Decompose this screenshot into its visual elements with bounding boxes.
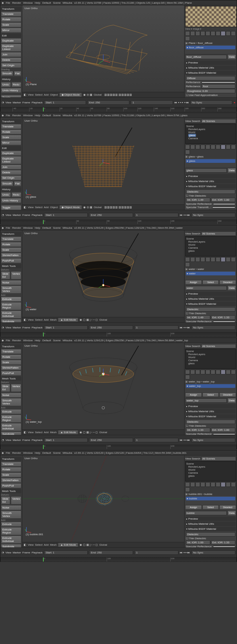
svg-line-49 (25, 529, 26, 532)
reflectance-tex-label: Reflectance: (186, 85, 201, 88)
active-object-label: (1) Plane (26, 83, 37, 86)
window-1: ◆ File Render Window Help Default Scene … (0, 0, 237, 112)
start-frame-field[interactable]: Start: 1 (44, 100, 86, 105)
thin-dielectric-checkbox[interactable]: ☐ (186, 194, 188, 197)
menu-help[interactable]: Help (35, 1, 40, 4)
layout-dropdown[interactable]: Default (42, 1, 51, 4)
outliner-search-menu[interactable]: Search (192, 120, 200, 123)
current-frame-field[interactable]: 1 (131, 100, 173, 105)
panel-bsdf[interactable]: Mitsuba BSDF Material (185, 71, 236, 75)
smooth-button[interactable]: Smooth (1, 71, 13, 76)
data-link-button[interactable]: Data (228, 54, 236, 59)
select-button[interactable]: Select (202, 280, 219, 284)
redo-button[interactable]: Redo (12, 82, 21, 87)
svg-line-8 (103, 163, 110, 164)
roughness-slider[interactable]: Roughness: 0.20 (186, 89, 235, 93)
ext-ior-field[interactable]: Ext. IOR: 1.00 (211, 198, 235, 202)
shading-icons[interactable]: ◉ ◎ ▦ (83, 93, 92, 96)
select-menu[interactable]: Select (35, 93, 42, 96)
uv-image-menu[interactable]: Image ▾ (193, 28, 201, 30)
playback-controls[interactable]: ⏮ ◀ ◀ ▶ ▶ ⏭ (174, 101, 189, 104)
undo-button[interactable]: Undo (1, 82, 11, 87)
tl-marker-menu[interactable]: Marker (13, 101, 21, 104)
int-ior-field[interactable]: Int. IOR: 1.49 (186, 198, 210, 202)
panel-history[interactable]: History (1, 77, 21, 81)
material-name-field[interactable]: floor_diffuse (185, 55, 227, 59)
undo-history-button[interactable]: Undo History (1, 88, 21, 93)
shading-label: Shading (1, 68, 21, 71)
orientation-dropdown[interactable]: Global (94, 93, 102, 96)
sync-dropdown[interactable]: No Sync (190, 100, 232, 105)
timeline-ruler[interactable]: -40-20020406080100120140160180200260 (0, 107, 237, 112)
blender-icon: ◆ (2, 1, 4, 4)
layers-widget[interactable]: ▥▥▥▥▥ ▥▥▥▥▥ (104, 93, 132, 96)
menu-file[interactable]: File (6, 1, 10, 4)
reflectance-color[interactable] (201, 82, 235, 83)
viewport-header: ◧ View Select Add Object ◆ Object Mode ◉… (22, 92, 184, 97)
uv-editor-preview[interactable] (185, 6, 237, 27)
duplicate-button[interactable]: Duplicate (1, 38, 21, 43)
autokey-icon[interactable]: ● (234, 101, 235, 104)
view-menu[interactable]: View (28, 93, 34, 96)
fast-approx-checkbox[interactable]: ☐ (186, 94, 188, 97)
outliner-filter[interactable]: All Scenes (201, 119, 236, 123)
bsdf-type-dropdown[interactable]: Diffuse (186, 76, 235, 80)
panel-transform[interactable]: Transform (1, 7, 21, 11)
svg-line-25 (26, 307, 31, 307)
rotate-button[interactable]: Rotate (1, 17, 21, 22)
uv-view-menu[interactable]: View ▾ (185, 28, 192, 30)
object-menu[interactable]: Object (50, 93, 58, 96)
window-2: ◆FileRenderWindowHelpDefaultSceneMitsuba… (0, 113, 237, 224)
assign-button[interactable]: Assign (185, 280, 202, 284)
properties-tabs[interactable] (185, 31, 236, 41)
material-slot-list[interactable]: ● floor_diffuse (185, 45, 236, 54)
set-origin-button[interactable]: Set Origin (1, 63, 21, 68)
scene-dropdown[interactable]: Scene (53, 1, 61, 4)
svg-point-29 (83, 402, 124, 414)
deselect-button[interactable]: Deselect (219, 280, 236, 284)
menu-window[interactable]: Window (23, 1, 33, 4)
delete-button[interactable]: Delete (1, 57, 21, 63)
svg-point-17 (84, 287, 123, 297)
mirror-button[interactable]: Mirror (1, 28, 21, 33)
header-stats: v2.69.11 | Verts:10789 | Faces:10593 | T… (74, 1, 192, 4)
extrude-button[interactable]: Extrude (1, 297, 21, 302)
end-frame-field[interactable]: End: 250 (87, 100, 129, 105)
editor-type-icon[interactable]: ◧ (24, 93, 26, 96)
outliner[interactable]: Scene RenderLayers World glass Camera (185, 124, 236, 144)
select-mode-icons[interactable]: ◉ ▢ ▦ | ▫ ─ ◻ (80, 318, 98, 321)
panel-matutils[interactable]: Mitsuba Material Utils (185, 66, 236, 70)
context-breadcrumb: ▣ Plane › floor_diffuse (185, 42, 236, 45)
mode-dropdown[interactable]: ◆ Object Mode (59, 93, 82, 97)
tl-playback-menu[interactable]: Playback (31, 101, 42, 104)
tl-view-menu[interactable]: View (5, 101, 11, 104)
3d-viewport[interactable]: User Ortho (1) glass ◧ViewSelectAddObjec… (22, 118, 184, 210)
svg-line-26 (25, 304, 26, 307)
translate-button[interactable]: Translate (1, 11, 21, 17)
duplicate-linked-button[interactable]: Duplicate Linked (1, 44, 21, 52)
view-perspective-label: User Ortho (24, 7, 38, 10)
panel-edit[interactable]: Edit (1, 33, 21, 38)
svg-line-44 (25, 417, 26, 419)
tl-frame-menu[interactable]: Frame (22, 101, 30, 104)
join-button[interactable]: Join (1, 52, 21, 57)
reflectance-texture[interactable]: floor (201, 84, 235, 89)
timeline-editor-icon[interactable]: ◔ (2, 101, 4, 104)
tool-shelf: Transform Translate Rotate Scale Mirror … (0, 5, 22, 97)
add-menu[interactable]: Add (44, 93, 48, 96)
material-slot[interactable]: ● floor_diffuse (187, 46, 204, 49)
engine-dropdown[interactable]: Mitsuba (63, 1, 72, 4)
window-5: ◆FileRenderWindowHelpDefaultSceneMitsuba… (0, 450, 237, 562)
scale-button[interactable]: Scale (1, 22, 21, 27)
menu-render[interactable]: Render (12, 1, 21, 4)
svg-line-11 (26, 194, 31, 195)
water-wireframe (66, 241, 141, 305)
outliner-view-menu[interactable]: View (185, 120, 191, 123)
svg-line-6 (25, 79, 26, 82)
flat-button[interactable]: Flat (14, 71, 21, 76)
svg-line-5 (26, 82, 31, 82)
window-4: ◆FileRenderWindowHelpDefaultSceneMitsuba… (0, 338, 237, 449)
panel-preview[interactable]: Preview (185, 60, 236, 65)
toggle-editmode-button[interactable]: Toggle Editmode (1, 95, 21, 97)
3d-viewport[interactable]: User Ortho (22, 5, 184, 97)
